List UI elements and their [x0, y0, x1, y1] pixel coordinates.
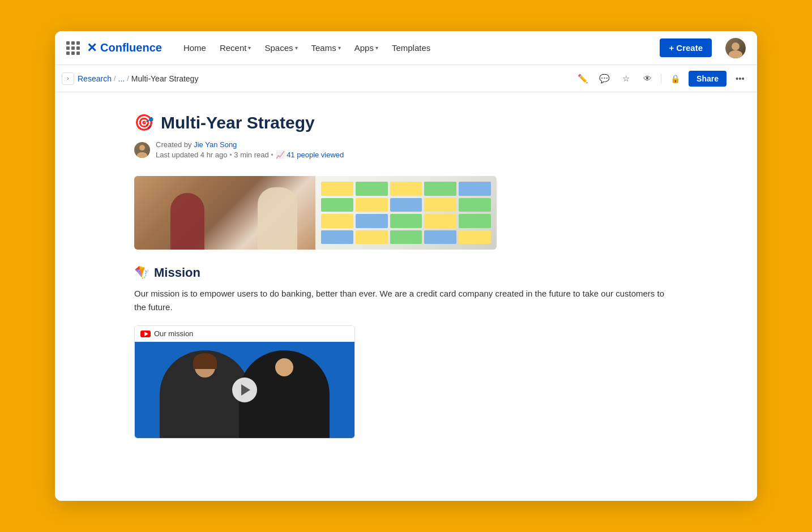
comment-icon[interactable]: 💬	[596, 71, 612, 87]
browser-window: ✕ Confluence Home Recent ▾ Spaces ▾ Team…	[55, 31, 757, 501]
sticky-note	[459, 198, 491, 212]
grid-icon[interactable]	[66, 41, 80, 55]
logo[interactable]: ✕ Confluence	[87, 41, 162, 54]
sidebar-toggle-button[interactable]: ›	[62, 72, 74, 85]
video-embed: Our mission	[134, 325, 355, 439]
sticky-note	[321, 230, 353, 244]
sticky-note	[424, 198, 456, 212]
sticky-note	[390, 214, 422, 228]
mission-emoji: 🪁	[134, 265, 149, 280]
apps-chevron-icon: ▾	[375, 45, 378, 51]
create-button[interactable]: + Create	[660, 38, 712, 57]
meta-dot-2: •	[271, 151, 275, 159]
mission-text: Our mission is to empower users to do ba…	[134, 287, 678, 314]
templates-label: Templates	[392, 43, 430, 53]
sticky-note	[459, 230, 491, 244]
nav-links: Home Recent ▾ Spaces ▾ Teams ▾ Apps ▾ Te…	[178, 40, 651, 56]
author-name[interactable]: Jie Yan Song	[194, 140, 237, 149]
sticky-note	[459, 182, 491, 196]
sticky-note	[424, 214, 456, 228]
logo-text: Confluence	[100, 41, 162, 54]
updated-time: Last updated 4 hr ago	[156, 151, 228, 159]
breadcrumb: Research / ... / Multi-Year Strategy	[78, 74, 198, 83]
hero-image	[134, 176, 497, 250]
nav-home[interactable]: Home	[178, 40, 212, 56]
breadcrumb-sep-2: /	[127, 74, 129, 83]
page-emoji: 🎯	[134, 115, 154, 131]
breadcrumb-sep-1: /	[114, 74, 116, 83]
sticky-note	[390, 198, 422, 212]
breadcrumb-current: Multi-Year Strategy	[131, 74, 199, 83]
edit-icon[interactable]: ✏️	[575, 71, 591, 87]
created-by-label: Created by	[156, 140, 192, 149]
breadcrumb-left: › Research / ... / Multi-Year Strategy	[62, 72, 198, 85]
sticky-note	[424, 230, 456, 244]
breadcrumb-ellipsis[interactable]: ...	[118, 74, 125, 83]
recent-chevron-icon: ▾	[248, 45, 251, 51]
sticky-note	[459, 214, 491, 228]
meta-row: Created by Jie Yan Song Last updated 4 h…	[134, 140, 678, 160]
teams-chevron-icon: ▾	[338, 45, 341, 51]
home-label: Home	[183, 43, 206, 53]
apps-label: Apps	[354, 43, 374, 53]
author-avatar	[134, 142, 150, 158]
sticky-note	[356, 230, 388, 244]
star-icon[interactable]: ☆	[618, 71, 634, 87]
sticky-note	[321, 182, 353, 196]
content-area: 🎯 Multi-Year Strategy Created by Jie Yan…	[55, 92, 757, 501]
avatar[interactable]	[725, 38, 746, 58]
logo-x-icon: ✕	[87, 42, 97, 54]
play-button[interactable]	[232, 377, 257, 402]
sticky-note	[356, 198, 388, 212]
separator	[661, 74, 661, 84]
navbar: ✕ Confluence Home Recent ▾ Spaces ▾ Team…	[55, 31, 757, 65]
nav-teams[interactable]: Teams ▾	[306, 40, 347, 56]
video-thumbnail[interactable]	[135, 342, 354, 438]
hero-left-panel	[134, 176, 315, 250]
nav-apps[interactable]: Apps ▾	[349, 40, 384, 56]
sticky-note	[424, 182, 456, 196]
lock-icon[interactable]: 🔒	[667, 71, 683, 87]
sticky-note	[390, 182, 422, 196]
breadcrumb-bar: › Research / ... / Multi-Year Strategy ✏…	[55, 65, 757, 92]
sticky-note	[356, 182, 388, 196]
mission-section-title: 🪁 Mission	[134, 265, 678, 280]
video-label-bar: Our mission	[135, 326, 354, 342]
watch-icon[interactable]: 👁	[639, 71, 655, 87]
video-label-text: Our mission	[154, 329, 193, 338]
meta-info: Created by Jie Yan Song Last updated 4 h…	[156, 140, 344, 160]
sticky-note	[356, 214, 388, 228]
spaces-label: Spaces	[264, 43, 293, 53]
breadcrumb-research[interactable]: Research	[78, 74, 112, 83]
hero-right-panel	[315, 176, 497, 250]
nav-recent[interactable]: Recent ▾	[214, 40, 257, 56]
sticky-note	[321, 214, 353, 228]
recent-label: Recent	[220, 43, 247, 53]
sticky-notes-grid	[321, 182, 491, 244]
page-title-row: 🎯 Multi-Year Strategy	[134, 113, 678, 133]
teams-label: Teams	[311, 43, 336, 53]
views-text: 41 people viewed	[287, 151, 344, 159]
mission-title-text: Mission	[154, 265, 200, 280]
nav-spaces[interactable]: Spaces ▾	[259, 40, 303, 56]
views-icon: 📈	[276, 151, 287, 159]
share-button[interactable]: Share	[689, 71, 726, 87]
page-title: Multi-Year Strategy	[161, 113, 315, 133]
avatar-image	[725, 38, 746, 58]
views-count[interactable]: 📈 41 people viewed	[276, 151, 344, 159]
nav-templates[interactable]: Templates	[386, 40, 436, 56]
breadcrumb-right: ✏️ 💬 ☆ 👁 🔒 Share •••	[575, 71, 748, 87]
read-time: 3 min read	[234, 151, 268, 159]
more-options-icon[interactable]: •••	[732, 71, 748, 87]
sticky-note	[390, 230, 422, 244]
youtube-icon	[140, 331, 151, 337]
sticky-note	[321, 198, 353, 212]
spaces-chevron-icon: ▾	[295, 45, 298, 51]
